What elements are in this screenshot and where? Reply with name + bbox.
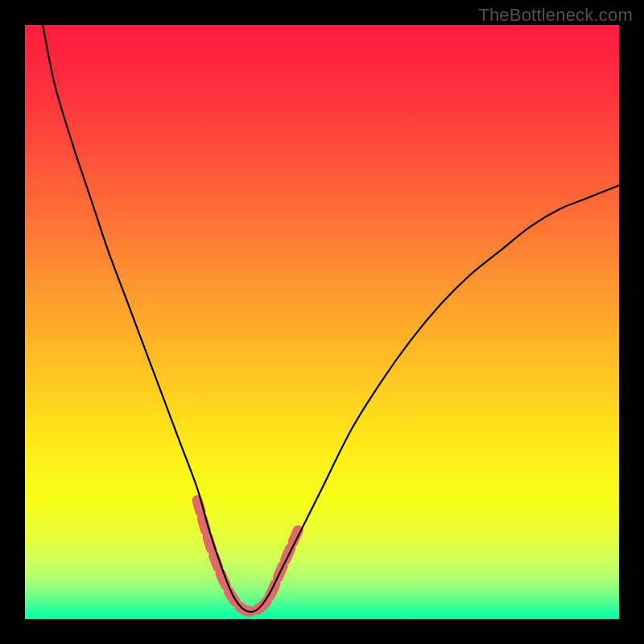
chart-container: TheBottleneck.com	[0, 0, 644, 644]
chart-svg	[25, 25, 619, 619]
watermark-text: TheBottleneck.com	[478, 5, 633, 26]
plot-area	[25, 25, 619, 619]
gradient-background	[25, 25, 619, 619]
